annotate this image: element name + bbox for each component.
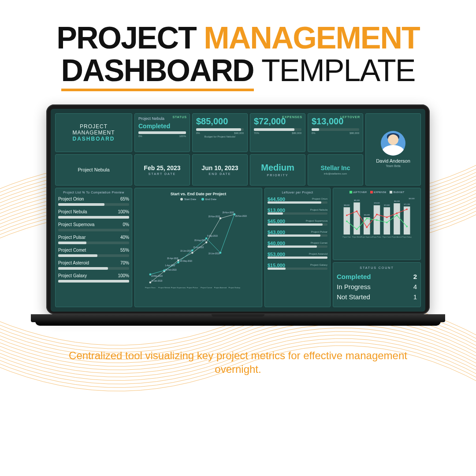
client-card: Stellar Incinfo@stellarinc.com — [308, 154, 363, 186]
svg-point-49 — [346, 220, 348, 222]
status-count-card: STATUS COUNT Completed2In Progress4Not S… — [333, 262, 421, 307]
svg-rect-40 — [394, 203, 400, 234]
svg-text:Project Asteroid: Project Asteroid — [214, 287, 227, 289]
svg-text:Project Supernova: Project Supernova — [171, 287, 186, 289]
svg-point-4 — [205, 242, 208, 244]
svg-point-48 — [406, 208, 408, 210]
svg-point-45 — [376, 214, 378, 216]
svg-text:$71,200: $71,200 — [404, 204, 410, 205]
svg-text:Project Supernova: Project Supernova — [361, 237, 372, 238]
svg-text:Project Galaxy: Project Galaxy — [402, 237, 412, 238]
list-item: $15,000Project Galaxy — [268, 263, 327, 270]
svg-point-52 — [376, 219, 378, 221]
user-card: David AndersonTeam Beta — [365, 113, 421, 186]
svg-point-47 — [396, 212, 398, 214]
svg-point-10 — [191, 249, 193, 252]
start-date-card: Feb 25, 2023START DATE — [134, 154, 190, 186]
svg-text:29-Nov-2023: 29-Nov-2023 — [223, 212, 234, 214]
svg-point-53 — [386, 222, 388, 223]
svg-text:20-Nov-2023: 20-Nov-2023 — [208, 216, 220, 218]
svg-text:$85,000: $85,000 — [354, 200, 360, 201]
list-item: $44,500Project Orion — [268, 197, 327, 204]
svg-point-46 — [386, 216, 388, 218]
list-item: Project Galaxy100% — [58, 273, 129, 283]
svg-text:10-Jun-2023: 10-Jun-2023 — [180, 250, 192, 252]
svg-text:Project Nebula: Project Nebula — [352, 237, 361, 238]
svg-point-5 — [219, 217, 222, 219]
svg-rect-37 — [364, 217, 370, 234]
svg-point-51 — [366, 218, 368, 219]
svg-text:15-Jul-2023: 15-Jul-2023 — [193, 246, 204, 249]
kpi-budget: $85,000 0%$90,000 Budget for Project Neb… — [192, 113, 248, 152]
svg-text:$68,000: $68,000 — [344, 205, 350, 206]
svg-text:$45,000: $45,000 — [364, 215, 370, 216]
svg-point-43 — [356, 211, 358, 212]
svg-point-55 — [406, 226, 408, 227]
svg-point-2 — [177, 260, 179, 262]
svg-text:13-Mar-2023: 13-Mar-2023 — [151, 275, 163, 277]
svg-text:$72,000: $72,000 — [384, 205, 390, 206]
list-item: Project Nebula100% — [58, 209, 129, 219]
svg-text:30-Apr-2023: 30-Apr-2023 — [167, 257, 178, 260]
svg-text:5-Sep-2023: 5-Sep-2023 — [207, 235, 218, 237]
svg-text:Project Nebula: Project Nebula — [158, 287, 170, 289]
svg-text:$84,000: $84,000 — [394, 201, 400, 202]
end-date-card: Jun 10, 2023END DATE — [192, 154, 248, 186]
tagline: Centralized tool visualizing key project… — [57, 349, 419, 376]
svg-point-42 — [346, 215, 348, 216]
list-item: Project Asteroid70% — [58, 260, 129, 270]
list-item: Project Pulsar40% — [58, 235, 129, 244]
project-list-chart: Project List % To Compelation Preview Pr… — [55, 188, 132, 307]
laptop-mockup: PROJECTMANAGEMENTDASHBOARD Project Nebul… — [46, 104, 430, 322]
svg-point-50 — [356, 229, 358, 231]
leftover-chart: Leftover per Project $44,500Project Orio… — [264, 188, 331, 307]
list-item: In Progress4 — [337, 283, 417, 290]
list-item: Project Orion65% — [58, 197, 129, 206]
svg-text:Project Orion: Project Orion — [343, 237, 351, 238]
list-item: Project Comet55% — [58, 248, 129, 257]
svg-text:Project Orion: Project Orion — [145, 287, 156, 289]
list-item: $53,000Project Asteroid — [268, 252, 327, 259]
list-item: Not Started1 — [337, 293, 417, 301]
svg-text:10-Jan-2023: 10-Jan-2023 — [151, 280, 163, 282]
avatar-icon — [381, 131, 405, 156]
svg-text:28-Feb-2023: 28-Feb-2023 — [165, 269, 177, 271]
brand-card: PROJECTMANAGEMENTDASHBOARD — [55, 113, 132, 152]
svg-text:$92,000: $92,000 — [409, 198, 415, 200]
list-item: Completed2 — [337, 273, 417, 280]
svg-point-9 — [177, 261, 179, 264]
svg-text:Project Asteroid: Project Asteroid — [392, 237, 402, 238]
svg-point-12 — [219, 252, 222, 254]
svg-text:29-Nov-2023: 29-Nov-2023 — [235, 215, 247, 217]
list-item: $13,000Project Nebula — [268, 208, 327, 215]
project-selector[interactable]: Project Nebula — [55, 154, 132, 186]
svg-text:Project Pulsar: Project Pulsar — [187, 287, 198, 289]
timeline-chart: Start vs. End Date per Project Start Dat… — [134, 188, 262, 307]
svg-point-3 — [191, 252, 193, 254]
svg-point-54 — [396, 215, 398, 216]
budget-bar-chart: LEFTOVEREXPENSEBUDGET $68,000$85,000 $45… — [333, 188, 421, 260]
hero-title: PROJECT MANAGEMENT DASHBOARD TEMPLATE — [56, 22, 420, 87]
svg-text:20-Aug-2023: 20-Aug-2023 — [194, 239, 206, 242]
svg-text:20-May-2023: 20-May-2023 — [180, 260, 192, 262]
svg-text:Project Comet: Project Comet — [201, 287, 212, 289]
list-item: $45,000Project Supernova — [268, 219, 327, 226]
svg-text:Project Galaxy: Project Galaxy — [229, 287, 241, 289]
kpi-expenses: EXPENSES $72,000 70%$80,000 — [250, 113, 305, 152]
svg-text:Project Comet: Project Comet — [383, 237, 391, 238]
list-item: $40,000Project Comet — [268, 241, 327, 248]
kpi-leftover: LEFTOVER $13,000 0%$80,000 — [308, 113, 363, 152]
svg-text:$78,000: $78,000 — [374, 202, 379, 204]
svg-rect-41 — [404, 207, 410, 235]
svg-point-44 — [366, 227, 368, 228]
svg-text:Project Pulsar: Project Pulsar — [372, 237, 381, 238]
list-item: $43,000Project Pulsar — [268, 230, 327, 237]
status-card: Project Nebula STATUS Completed 0%100% — [134, 113, 190, 152]
svg-text:10-Jun-2023: 10-Jun-2023 — [208, 253, 220, 255]
svg-text:1-Apr-2023: 1-Apr-2023 — [165, 265, 175, 267]
priority-card: MediumPRIORITY — [250, 154, 305, 186]
list-item: Project Supernova0% — [58, 222, 129, 231]
